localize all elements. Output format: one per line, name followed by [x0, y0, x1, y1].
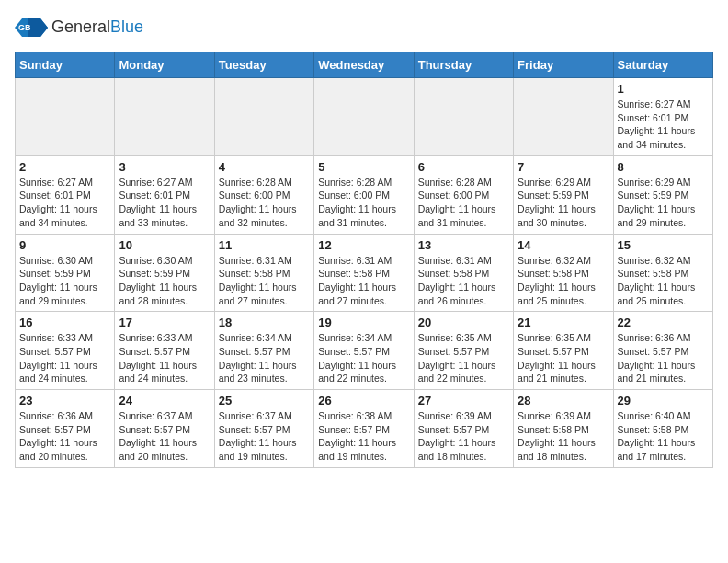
page-header: GB GeneralBlue: [15, 15, 713, 40]
day-info: Sunrise: 6:32 AM Sunset: 5:58 PM Dayligh…: [518, 254, 609, 308]
day-info: Sunrise: 6:29 AM Sunset: 5:59 PM Dayligh…: [618, 176, 709, 230]
calendar-day-cell: 8Sunrise: 6:29 AM Sunset: 5:59 PM Daylig…: [613, 155, 712, 234]
day-number: 9: [19, 238, 110, 252]
calendar-week-row: 1Sunrise: 6:27 AM Sunset: 6:01 PM Daylig…: [16, 78, 713, 156]
day-number: 13: [418, 238, 509, 252]
weekday-header: Thursday: [414, 52, 513, 78]
calendar-week-row: 16Sunrise: 6:33 AM Sunset: 5:57 PM Dayli…: [16, 312, 713, 390]
calendar-day-cell: 7Sunrise: 6:29 AM Sunset: 5:59 PM Daylig…: [514, 155, 613, 234]
calendar-day-cell: 6Sunrise: 6:28 AM Sunset: 6:00 PM Daylig…: [414, 155, 513, 234]
calendar-day-cell: 16Sunrise: 6:33 AM Sunset: 5:57 PM Dayli…: [16, 312, 115, 390]
day-number: 21: [518, 316, 609, 329]
calendar-day-cell: 24Sunrise: 6:37 AM Sunset: 5:57 PM Dayli…: [115, 390, 214, 468]
calendar-day-cell: 14Sunrise: 6:32 AM Sunset: 5:58 PM Dayli…: [514, 234, 613, 312]
day-number: 7: [518, 160, 609, 174]
calendar-day-cell: 18Sunrise: 6:34 AM Sunset: 5:57 PM Dayli…: [214, 312, 313, 390]
day-info: Sunrise: 6:36 AM Sunset: 5:57 PM Dayligh…: [618, 331, 709, 385]
calendar-day-cell: 1Sunrise: 6:27 AM Sunset: 6:01 PM Daylig…: [613, 78, 712, 156]
day-number: 20: [418, 316, 509, 329]
day-info: Sunrise: 6:37 AM Sunset: 5:57 PM Dayligh…: [119, 409, 210, 464]
day-info: Sunrise: 6:34 AM Sunset: 5:57 PM Dayligh…: [318, 331, 409, 385]
weekday-header: Wednesday: [314, 52, 414, 78]
calendar-day-cell: 23Sunrise: 6:36 AM Sunset: 5:57 PM Dayli…: [16, 390, 115, 468]
day-number: 12: [318, 238, 409, 252]
day-number: 3: [119, 160, 210, 174]
day-number: 15: [618, 238, 709, 252]
day-info: Sunrise: 6:31 AM Sunset: 5:58 PM Dayligh…: [219, 254, 310, 308]
calendar-week-row: 2Sunrise: 6:27 AM Sunset: 6:01 PM Daylig…: [16, 155, 713, 234]
svg-text:GB: GB: [18, 23, 31, 32]
day-info: Sunrise: 6:29 AM Sunset: 5:59 PM Dayligh…: [518, 176, 609, 230]
calendar-day-cell: 21Sunrise: 6:35 AM Sunset: 5:57 PM Dayli…: [514, 312, 613, 390]
calendar-day-cell: 19Sunrise: 6:34 AM Sunset: 5:57 PM Dayli…: [314, 312, 414, 390]
day-number: 10: [119, 238, 210, 252]
calendar-day-cell: 2Sunrise: 6:27 AM Sunset: 6:01 PM Daylig…: [16, 155, 115, 234]
day-info: Sunrise: 6:38 AM Sunset: 5:57 PM Dayligh…: [318, 409, 409, 464]
calendar-day-cell: 4Sunrise: 6:28 AM Sunset: 6:00 PM Daylig…: [214, 155, 313, 234]
day-info: Sunrise: 6:40 AM Sunset: 5:58 PM Dayligh…: [618, 409, 709, 464]
calendar-day-cell: 15Sunrise: 6:32 AM Sunset: 5:58 PM Dayli…: [613, 234, 712, 312]
calendar-day-cell: [414, 78, 513, 156]
day-number: 17: [119, 316, 210, 329]
calendar-day-cell: 13Sunrise: 6:31 AM Sunset: 5:58 PM Dayli…: [414, 234, 513, 312]
calendar-day-cell: [16, 78, 115, 156]
day-number: 22: [618, 316, 709, 329]
logo-icon: GB: [15, 15, 48, 40]
day-number: 18: [219, 316, 310, 329]
weekday-header: Saturday: [613, 52, 712, 78]
day-info: Sunrise: 6:27 AM Sunset: 6:01 PM Dayligh…: [618, 98, 709, 152]
day-info: Sunrise: 6:34 AM Sunset: 5:57 PM Dayligh…: [219, 331, 310, 385]
calendar-header-row: SundayMondayTuesdayWednesdayThursdayFrid…: [16, 52, 713, 78]
day-number: 27: [418, 394, 509, 408]
day-info: Sunrise: 6:36 AM Sunset: 5:57 PM Dayligh…: [19, 409, 110, 464]
calendar-day-cell: 9Sunrise: 6:30 AM Sunset: 5:59 PM Daylig…: [16, 234, 115, 312]
weekday-header: Tuesday: [214, 52, 313, 78]
day-info: Sunrise: 6:31 AM Sunset: 5:58 PM Dayligh…: [318, 254, 409, 308]
day-number: 5: [318, 160, 409, 174]
day-info: Sunrise: 6:33 AM Sunset: 5:57 PM Dayligh…: [19, 331, 110, 385]
day-number: 23: [19, 394, 110, 408]
day-number: 29: [618, 394, 709, 408]
day-number: 8: [618, 160, 709, 174]
calendar-day-cell: 3Sunrise: 6:27 AM Sunset: 6:01 PM Daylig…: [115, 155, 214, 234]
day-number: 25: [219, 394, 310, 408]
day-number: 14: [518, 238, 609, 252]
day-number: 19: [318, 316, 409, 329]
day-info: Sunrise: 6:27 AM Sunset: 6:01 PM Dayligh…: [119, 176, 210, 230]
day-info: Sunrise: 6:33 AM Sunset: 5:57 PM Dayligh…: [119, 331, 210, 385]
calendar-day-cell: [214, 78, 313, 156]
day-number: 16: [19, 316, 110, 329]
weekday-header: Sunday: [16, 52, 115, 78]
logo-text: GeneralBlue: [51, 18, 143, 37]
calendar-table: SundayMondayTuesdayWednesdayThursdayFrid…: [15, 52, 713, 468]
calendar-week-row: 9Sunrise: 6:30 AM Sunset: 5:59 PM Daylig…: [16, 234, 713, 312]
calendar-day-cell: 10Sunrise: 6:30 AM Sunset: 5:59 PM Dayli…: [115, 234, 214, 312]
day-number: 28: [518, 394, 609, 408]
day-info: Sunrise: 6:35 AM Sunset: 5:57 PM Dayligh…: [418, 331, 509, 385]
calendar-day-cell: 11Sunrise: 6:31 AM Sunset: 5:58 PM Dayli…: [214, 234, 313, 312]
day-info: Sunrise: 6:32 AM Sunset: 5:58 PM Dayligh…: [618, 254, 709, 308]
calendar-day-cell: 27Sunrise: 6:39 AM Sunset: 5:57 PM Dayli…: [414, 390, 513, 468]
calendar-day-cell: 26Sunrise: 6:38 AM Sunset: 5:57 PM Dayli…: [314, 390, 414, 468]
calendar-week-row: 23Sunrise: 6:36 AM Sunset: 5:57 PM Dayli…: [16, 390, 713, 468]
calendar-day-cell: 28Sunrise: 6:39 AM Sunset: 5:58 PM Dayli…: [514, 390, 613, 468]
calendar-day-cell: [514, 78, 613, 156]
day-number: 24: [119, 394, 210, 408]
day-number: 1: [618, 82, 709, 96]
day-info: Sunrise: 6:39 AM Sunset: 5:58 PM Dayligh…: [518, 409, 609, 464]
calendar-day-cell: 22Sunrise: 6:36 AM Sunset: 5:57 PM Dayli…: [613, 312, 712, 390]
day-info: Sunrise: 6:31 AM Sunset: 5:58 PM Dayligh…: [418, 254, 509, 308]
day-info: Sunrise: 6:35 AM Sunset: 5:57 PM Dayligh…: [518, 331, 609, 385]
weekday-header: Friday: [514, 52, 613, 78]
day-info: Sunrise: 6:28 AM Sunset: 6:00 PM Dayligh…: [418, 176, 509, 230]
calendar-day-cell: [314, 78, 414, 156]
day-info: Sunrise: 6:28 AM Sunset: 6:00 PM Dayligh…: [219, 176, 310, 230]
day-number: 4: [219, 160, 310, 174]
day-number: 2: [19, 160, 110, 174]
weekday-header: Monday: [115, 52, 214, 78]
day-number: 11: [219, 238, 310, 252]
calendar-day-cell: [115, 78, 214, 156]
calendar-day-cell: 5Sunrise: 6:28 AM Sunset: 6:00 PM Daylig…: [314, 155, 414, 234]
day-number: 26: [318, 394, 409, 408]
day-info: Sunrise: 6:37 AM Sunset: 5:57 PM Dayligh…: [219, 409, 310, 464]
